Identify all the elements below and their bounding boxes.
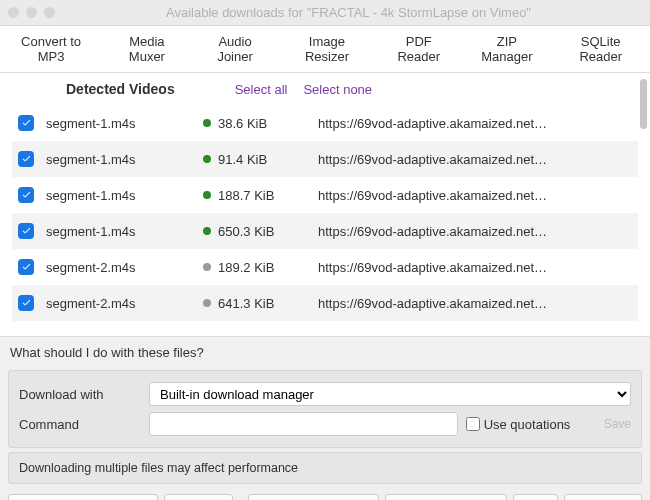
table-row[interactable]: segment-1.m4s188.7 KiBhttps://69vod-adap…: [12, 177, 638, 213]
zoom-icon[interactable]: [44, 7, 55, 18]
status-icon: [196, 263, 218, 271]
filename-pattern-input[interactable]: [8, 494, 158, 500]
list-header: Detected Videos Select all Select none: [12, 73, 638, 105]
select-none-link[interactable]: Select none: [303, 82, 372, 97]
status-icon: [196, 191, 218, 199]
save-button[interactable]: Save: [604, 417, 631, 431]
use-quotations-input[interactable]: [466, 417, 480, 431]
calculate-sizes-button[interactable]: Calculate File Sizes: [248, 494, 380, 500]
warning-text: Downloading multiple files may affect pe…: [19, 461, 298, 475]
bottom-bar: Rename Calculate File Sizes Copy to Clip…: [0, 488, 650, 500]
toolbar-convert-mp3[interactable]: Convert to MP3: [0, 26, 102, 72]
toolbar: Convert to MP3 Media Muxer Audio Joiner …: [0, 26, 650, 73]
row-url: https://69vod-adaptive.akamaized.net…: [318, 188, 632, 203]
row-filename: segment-2.m4s: [46, 296, 196, 311]
row-checkbox[interactable]: [18, 259, 34, 275]
scrollbar[interactable]: [640, 79, 647, 129]
toolbar-image-resizer[interactable]: Image Resizer: [279, 26, 376, 72]
row-size: 188.7 KiB: [218, 188, 318, 203]
row-url: https://69vod-adaptive.akamaized.net…: [318, 296, 632, 311]
row-checkbox[interactable]: [18, 151, 34, 167]
toolbar-pdf-reader[interactable]: PDF Reader: [375, 26, 462, 72]
prompt-label: What should I do with these files?: [0, 337, 650, 366]
status-icon: [196, 227, 218, 235]
toolbar-audio-joiner[interactable]: Audio Joiner: [192, 26, 279, 72]
command-input[interactable]: [149, 412, 458, 436]
download-with-label: Download with: [19, 387, 149, 402]
minimize-icon[interactable]: [26, 7, 37, 18]
row-checkbox[interactable]: [18, 223, 34, 239]
toolbar-media-muxer[interactable]: Media Muxer: [102, 26, 191, 72]
row-size: 189.2 KiB: [218, 260, 318, 275]
videos-list: Detected Videos Select all Select none s…: [0, 73, 650, 337]
row-size: 91.4 KiB: [218, 152, 318, 167]
table-row[interactable]: segment-1.m4s38.6 KiBhttps://69vod-adapt…: [12, 105, 638, 141]
table-row[interactable]: segment-1.m4s91.4 KiBhttps://69vod-adapt…: [12, 141, 638, 177]
select-all-link[interactable]: Select all: [235, 82, 288, 97]
toolbar-sqlite-reader[interactable]: SQLite Reader: [551, 26, 650, 72]
status-icon: [196, 299, 218, 307]
row-size: 38.6 KiB: [218, 116, 318, 131]
download-button[interactable]: Download: [564, 494, 642, 500]
window-controls: [8, 7, 55, 18]
copy-clipboard-button[interactable]: Copy to Clipboard: [385, 494, 507, 500]
row-url: https://69vod-adaptive.akamaized.net…: [318, 260, 632, 275]
row-url: https://69vod-adaptive.akamaized.net…: [318, 116, 632, 131]
row-filename: segment-1.m4s: [46, 224, 196, 239]
table-row[interactable]: segment-2.m4s641.3 KiBhttps://69vod-adap…: [12, 285, 638, 321]
detected-videos-label: Detected Videos: [66, 81, 175, 97]
row-size: 650.3 KiB: [218, 224, 318, 239]
row-checkbox[interactable]: [18, 187, 34, 203]
row-checkbox[interactable]: [18, 295, 34, 311]
row-url: https://69vod-adaptive.akamaized.net…: [318, 224, 632, 239]
rename-button[interactable]: Rename: [164, 494, 233, 500]
row-filename: segment-1.m4s: [46, 116, 196, 131]
row-filename: segment-1.m4s: [46, 152, 196, 167]
table-row[interactable]: segment-1.m4s650.3 KiBhttps://69vod-adap…: [12, 213, 638, 249]
warning-panel: Downloading multiple files may affect pe…: [8, 452, 642, 484]
row-filename: segment-1.m4s: [46, 188, 196, 203]
row-size: 641.3 KiB: [218, 296, 318, 311]
download-with-select[interactable]: Built-in download manager: [149, 382, 631, 406]
status-icon: [196, 119, 218, 127]
command-label: Command: [19, 417, 149, 432]
titlebar: Available downloads for "FRACTAL - 4k St…: [0, 0, 650, 26]
table-row[interactable]: segment-2.m4s189.2 KiBhttps://69vod-adap…: [12, 249, 638, 285]
test-button[interactable]: Test: [513, 494, 558, 500]
toolbar-zip-manager[interactable]: ZIP Manager: [462, 26, 551, 72]
use-quotations-label: Use quotations: [484, 417, 571, 432]
row-filename: segment-2.m4s: [46, 260, 196, 275]
window-title: Available downloads for "FRACTAL - 4k St…: [55, 5, 642, 20]
use-quotations-checkbox[interactable]: Use quotations: [466, 417, 596, 432]
close-icon[interactable]: [8, 7, 19, 18]
status-icon: [196, 155, 218, 163]
row-url: https://69vod-adaptive.akamaized.net…: [318, 152, 632, 167]
download-panel: Download with Built-in download manager …: [8, 370, 642, 448]
row-checkbox[interactable]: [18, 115, 34, 131]
